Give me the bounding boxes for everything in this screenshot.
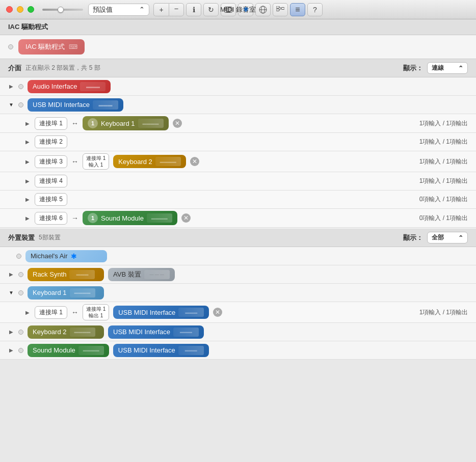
ext-usb-midi-label: USB MIDI Interface bbox=[118, 309, 175, 316]
port1-remove[interactable]: ✕ bbox=[173, 119, 182, 128]
preset-select[interactable]: 預設值 ⌃ bbox=[88, 4, 149, 16]
avb-label: AVB 裝置 bbox=[113, 270, 141, 279]
external-count: 5部裝置 bbox=[39, 233, 61, 242]
interface-showing: 正在顯示 2 部裝置，共 5 部 bbox=[25, 64, 100, 72]
port6-remove[interactable]: ✕ bbox=[181, 213, 191, 223]
ext-keyboard2-chip[interactable]: Keyboard 2 ▬▬▬▬ bbox=[28, 325, 104, 339]
expand-port3[interactable]: ▶ bbox=[24, 158, 31, 165]
bluetooth-icon: ✱ bbox=[71, 252, 77, 260]
preset-arrow: ⌃ bbox=[139, 6, 145, 13]
iac-device-label: IAC 驅動程式 bbox=[25, 42, 65, 51]
interface-show-value: 連線 bbox=[432, 64, 444, 72]
audio-interface-chip[interactable]: Audio Interface ▬▬▬ bbox=[28, 80, 111, 93]
keyboard1-image: ▬▬▬▬ bbox=[138, 119, 164, 128]
ext-soundmodule-status bbox=[18, 348, 23, 353]
minimize-button[interactable] bbox=[17, 6, 23, 13]
connect-button[interactable] bbox=[273, 3, 288, 16]
michaels-air-chip[interactable]: Michael's Air ✱ bbox=[25, 250, 107, 262]
ext-keyboard2-usb-label: USB MIDI Interface bbox=[113, 328, 170, 336]
add-button[interactable]: + bbox=[153, 3, 169, 16]
port5-row: ▶ 連接埠 5 0項輸入 / 1項輸出 bbox=[0, 191, 476, 209]
expand-port1[interactable]: ▶ bbox=[24, 120, 31, 126]
rack-synth-label: Rack Synth bbox=[33, 270, 66, 278]
port3-arrow: ↔ bbox=[71, 157, 78, 166]
interface-section-right: 顯示： 連線 ⌃ bbox=[403, 62, 468, 74]
ext-soundmodule-usb-label: USB MIDI Interface bbox=[118, 346, 175, 354]
external-show-label: 顯示： bbox=[403, 233, 423, 242]
expand-ext-keyboard1[interactable]: ▼ bbox=[8, 290, 14, 296]
port4-row: ▶ 連接埠 4 1項輸入 / 1項輸出 bbox=[0, 172, 476, 191]
menu-button[interactable]: ≡ bbox=[290, 3, 305, 16]
network-button[interactable] bbox=[255, 3, 271, 16]
port5-io: 0項輸入 / 1項輸出 bbox=[419, 195, 468, 204]
expand-port6[interactable]: ▶ bbox=[24, 215, 31, 221]
ext-soundmodule-row: ▶ Sound Module ▬▬▬▬ USB MIDI Interface ▬… bbox=[0, 341, 476, 360]
expand-ext-soundmodule[interactable]: ▶ bbox=[8, 347, 14, 354]
ext-keyboard1-port1-io: 1項輸入 / 1項輸出 bbox=[419, 308, 468, 317]
avb-image: — — — bbox=[144, 270, 170, 279]
keyboard2-chip[interactable]: Keyboard 2 ▬▬▬▬ bbox=[113, 155, 186, 168]
interface-show-arrow: ⌃ bbox=[458, 65, 463, 72]
keyboard1-chip[interactable]: 1 Keyboard 1 ▬▬▬▬ bbox=[83, 116, 169, 130]
close-button[interactable] bbox=[6, 6, 13, 13]
preset-value: 預設值 bbox=[93, 5, 113, 14]
interface-show-select[interactable]: 連線 ⌃ bbox=[427, 62, 468, 74]
help-button[interactable]: ? bbox=[307, 3, 323, 16]
port6-io: 0項輸入 / 1項輸出 bbox=[419, 214, 468, 223]
add-remove-group: + － bbox=[153, 3, 184, 16]
info-button[interactable]: ℹ bbox=[186, 3, 201, 16]
audio-interface-label: Audio Interface bbox=[33, 83, 77, 90]
ext-keyboard1-port1-arrow: ↔ bbox=[71, 308, 78, 316]
slider-thumb[interactable] bbox=[58, 7, 64, 13]
usb-midi-status bbox=[18, 102, 23, 107]
port4-label: 連接埠 4 bbox=[35, 175, 67, 187]
ext-usb-midi-chip[interactable]: USB MIDI Interface ▬▬▬ bbox=[113, 306, 209, 319]
maximize-button[interactable] bbox=[28, 6, 34, 13]
expand-port2[interactable]: ▶ bbox=[24, 139, 31, 145]
svg-rect-14 bbox=[276, 9, 279, 11]
remove-button[interactable]: － bbox=[169, 3, 184, 16]
keyboard2-label: Keyboard 2 bbox=[118, 158, 152, 166]
rack-synth-chip[interactable]: Rack Synth ▬▬▬ bbox=[28, 268, 104, 281]
ext-soundmodule-usb-image: ▬▬▬ bbox=[178, 346, 204, 355]
external-show-select[interactable]: 全部 ⌃ bbox=[427, 232, 468, 243]
usb-midi-chip[interactable]: USB MIDI Interface ▬▬▬ bbox=[28, 98, 123, 112]
soundmodule-num: 1 bbox=[88, 213, 98, 223]
ext-soundmodule-chip[interactable]: Sound Module ▬▬▬▬ bbox=[28, 344, 109, 357]
slider-track[interactable] bbox=[42, 9, 83, 11]
refresh-button[interactable]: ↻ bbox=[203, 3, 219, 16]
expand-port4[interactable]: ▶ bbox=[24, 178, 31, 184]
traffic-lights bbox=[6, 6, 34, 13]
ext-keyboard1-port1-remove[interactable]: ✕ bbox=[213, 308, 222, 317]
ext-soundmodule-label: Sound Module bbox=[33, 346, 75, 354]
port6-arrow: → bbox=[71, 214, 78, 222]
keyboard1-num: 1 bbox=[88, 118, 98, 128]
ext-keyboard2-label: Keyboard 2 bbox=[33, 328, 67, 336]
iac-section-label: IAC 驅動程式 bbox=[8, 22, 48, 32]
expand-ext-keyboard2[interactable]: ▶ bbox=[8, 329, 14, 335]
ext-keyboard1-port1-sub: 連接埠 1 輸出 1 bbox=[83, 304, 109, 320]
expand-ext-keyboard1-port1[interactable]: ▶ bbox=[24, 309, 31, 315]
ext-keyboard1-label: Keyboard 1 bbox=[33, 289, 67, 296]
expand-port5[interactable]: ▶ bbox=[24, 197, 31, 203]
ext-soundmodule-usb-chip[interactable]: USB MIDI Interface ▬▬▬ bbox=[113, 344, 209, 357]
expand-rack-synth[interactable]: ▶ bbox=[8, 271, 14, 278]
port6-row: ▶ 連接埠 6 → 1 Sound Module ▬▬▬▬ ✕ 0項輸入 / 1… bbox=[0, 209, 476, 228]
expand-audio-interface[interactable]: ▶ bbox=[8, 84, 14, 90]
ext-usb-midi-image: ▬▬▬ bbox=[178, 308, 204, 317]
port3-remove[interactable]: ✕ bbox=[190, 157, 199, 166]
port1-label: 連接埠 1 bbox=[35, 117, 67, 130]
port4-io: 1項輸入 / 1項輸出 bbox=[419, 177, 468, 185]
ext-keyboard1-port1-row: ▶ 連接埠 1 ↔ 連接埠 1 輸出 1 USB MIDI Interface … bbox=[0, 302, 476, 323]
ext-keyboard1-chip[interactable]: Keyboard 1 ▬▬▬▬ bbox=[28, 286, 104, 300]
iac-device-chip[interactable]: IAC 驅動程式 ⌨ bbox=[18, 39, 85, 55]
ext-keyboard1-row: ▼ Keyboard 1 ▬▬▬▬ bbox=[0, 284, 476, 302]
ext-keyboard2-usb-chip[interactable]: USB MIDI Interface ▬▬▬ bbox=[108, 325, 204, 339]
ext-keyboard1-status bbox=[18, 290, 23, 295]
michaels-air-row: Michael's Air ✱ bbox=[0, 247, 476, 265]
soundmodule-chip[interactable]: 1 Sound Module ▬▬▬▬ bbox=[83, 211, 177, 225]
ext-soundmodule-image: ▬▬▬▬ bbox=[78, 346, 104, 355]
port3-row: ▶ 連接埠 3 ↔ 連接埠 1 輸入 1 Keyboard 2 ▬▬▬▬ ✕ 1… bbox=[0, 151, 476, 172]
avb-chip[interactable]: AVB 裝置 — — — bbox=[108, 268, 175, 281]
expand-usb-midi[interactable]: ▼ bbox=[8, 102, 14, 108]
